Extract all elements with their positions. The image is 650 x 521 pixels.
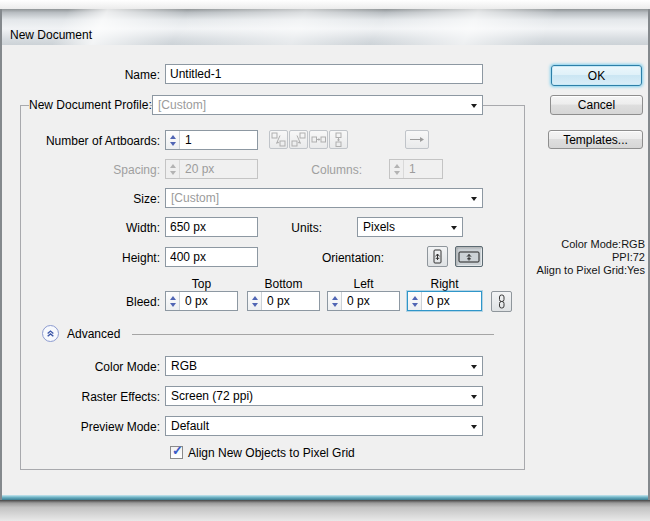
spinner-arrows-icon[interactable] [248, 292, 262, 310]
bleed-top-stepper[interactable] [165, 291, 238, 311]
size-label: Size: [22, 192, 160, 206]
dialog-titlebar[interactable]: New Document [2, 9, 648, 45]
bleed-top-header: Top [165, 277, 238, 291]
profile-label: New Document Profile: [29, 98, 150, 113]
grid-by-row-button[interactable] [269, 130, 288, 149]
bleed-right-header: Right [407, 277, 482, 291]
cancel-button-label: Cancel [578, 98, 615, 112]
chain-link-icon [493, 293, 510, 310]
spinner-arrows-icon[interactable] [166, 131, 180, 149]
raster-effects-value: Screen (72 ppi) [171, 389, 253, 403]
arrange-by-column-button[interactable] [329, 130, 348, 149]
bleed-right-stepper[interactable] [407, 291, 482, 311]
artboards-input[interactable] [180, 131, 257, 149]
orientation-portrait-button[interactable] [427, 246, 448, 267]
raster-effects-label: Raster Effects: [22, 390, 160, 404]
bleed-link-button[interactable] [491, 291, 512, 312]
height-label: Height: [22, 251, 160, 265]
cancel-button[interactable]: Cancel [550, 95, 643, 115]
arrange-by-column-icon [330, 131, 347, 148]
preview-mode-select[interactable]: Default [165, 416, 483, 436]
columns-label: Columns: [252, 163, 362, 177]
double-chevron-up-icon [44, 327, 57, 340]
portrait-icon [429, 248, 446, 265]
dialog-title: New Document [10, 28, 92, 42]
grid-by-row-icon [270, 131, 287, 148]
chevron-down-icon [471, 197, 477, 201]
landscape-icon [457, 248, 481, 265]
summary-color-mode: Color Mode:RGB [527, 238, 645, 251]
advanced-divider [132, 334, 494, 335]
bleed-right-input[interactable] [422, 292, 481, 310]
new-document-dialog: New Document Name: New Document Profile:… [0, 9, 650, 500]
spinner-arrows-icon[interactable] [328, 292, 342, 310]
name-label: Name: [22, 68, 160, 82]
window-bottom-edge [2, 495, 648, 500]
size-value: [Custom] [171, 191, 219, 205]
arrange-by-row-button[interactable] [309, 130, 328, 149]
align-pixel-grid-checkbox[interactable]: ✓ [170, 446, 183, 459]
bleed-top-input[interactable] [180, 292, 237, 310]
spacing-stepper [165, 159, 258, 179]
artboards-label: Number of Artboards: [22, 134, 160, 148]
summary-ppi: PPI:72 [527, 251, 645, 264]
profile-select[interactable]: [Custom] [152, 95, 483, 115]
summary-align-pixel-grid: Align to Pixel Grid:Yes [527, 264, 645, 277]
spacing-label: Spacing: [22, 163, 160, 177]
bleed-left-stepper[interactable] [327, 291, 400, 311]
chevron-down-icon [471, 104, 477, 108]
document-summary: Color Mode:RGB PPI:72 Align to Pixel Gri… [527, 238, 645, 277]
bleed-bottom-stepper[interactable] [247, 291, 320, 311]
spinner-arrows-icon [166, 160, 180, 178]
ok-button[interactable]: OK [551, 65, 642, 86]
preview-mode-value: Default [171, 419, 209, 433]
advanced-toggle-button[interactable] [42, 325, 59, 342]
spinner-arrows-icon [390, 160, 404, 178]
spinner-arrows-icon[interactable] [408, 292, 422, 310]
right-arrow-icon [407, 132, 427, 147]
align-pixel-grid-label: Align New Objects to Pixel Grid [188, 446, 355, 460]
chevron-down-icon [471, 365, 477, 369]
grid-by-column-button[interactable] [289, 130, 308, 149]
raster-effects-select[interactable]: Screen (72 ppi) [165, 386, 483, 406]
templates-button-label: Templates... [563, 133, 628, 147]
bleed-label: Bleed: [22, 295, 160, 309]
background-strip-bottom [0, 500, 650, 521]
chevron-down-icon [471, 395, 477, 399]
ok-button-label: OK [588, 69, 605, 83]
units-value: Pixels [363, 220, 395, 234]
color-mode-select[interactable]: RGB [165, 356, 483, 376]
name-input[interactable] [165, 64, 483, 84]
arrange-by-row-icon [310, 131, 327, 148]
grid-by-column-icon [290, 131, 307, 148]
bleed-bottom-header: Bottom [247, 277, 320, 291]
bleed-left-input[interactable] [342, 292, 399, 310]
color-mode-label: Color Mode: [22, 360, 160, 374]
artboards-stepper[interactable] [165, 130, 258, 150]
bleed-bottom-input[interactable] [262, 292, 319, 310]
layout-direction-button[interactable] [405, 130, 429, 149]
templates-button[interactable]: Templates... [548, 130, 643, 149]
columns-input [404, 160, 442, 178]
size-select[interactable]: [Custom] [165, 188, 483, 208]
color-mode-value: RGB [171, 359, 197, 373]
dialog-body: Name: New Document Profile: [Custom] Num… [2, 45, 648, 495]
units-label: Units: [242, 221, 322, 235]
height-input[interactable] [165, 247, 258, 267]
orientation-landscape-button[interactable] [455, 246, 483, 267]
bleed-left-header: Left [327, 277, 400, 291]
preview-mode-label: Preview Mode: [22, 420, 160, 434]
chevron-down-icon [471, 425, 477, 429]
profile-value: [Custom] [158, 98, 206, 112]
orientation-label: Orientation: [252, 251, 384, 265]
new-document-dialog-screen: New Document Name: New Document Profile:… [0, 0, 650, 521]
chevron-down-icon [451, 226, 457, 230]
width-label: Width: [22, 221, 160, 235]
spacing-input [180, 160, 257, 178]
advanced-label: Advanced [67, 327, 127, 341]
background-strip-top [0, 0, 650, 9]
checkmark-icon: ✓ [172, 443, 183, 458]
spinner-arrows-icon[interactable] [166, 292, 180, 310]
units-select[interactable]: Pixels [357, 217, 463, 237]
columns-stepper [389, 159, 443, 179]
